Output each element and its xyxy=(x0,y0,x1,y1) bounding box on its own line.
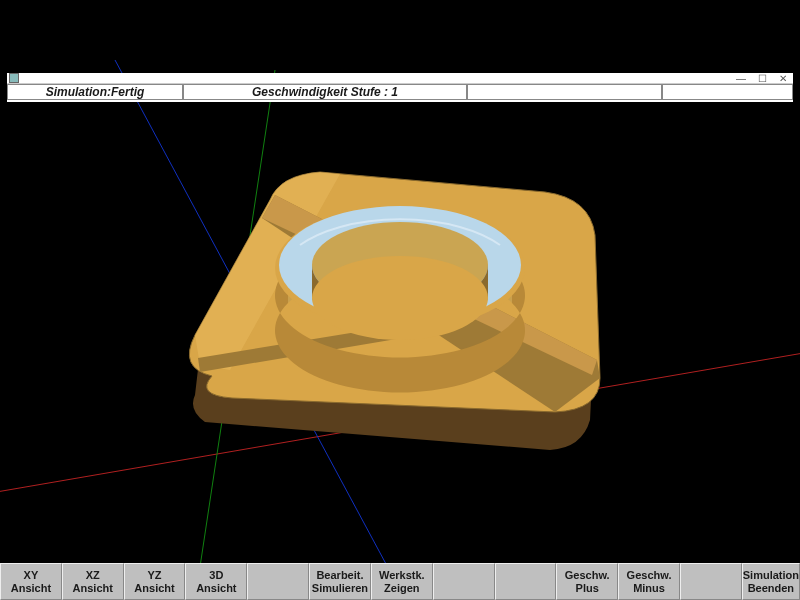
empty-button-9 xyxy=(495,563,557,600)
speed-minus-button[interactable]: Geschw.Minus xyxy=(618,563,680,600)
button-line2: Simulieren xyxy=(312,582,368,595)
3d-view-button[interactable]: 3DAnsicht xyxy=(185,563,247,600)
button-line2: Ansicht xyxy=(134,582,174,595)
status-simulation: Simulation:Fertig xyxy=(7,85,183,100)
maximize-button[interactable]: ☐ xyxy=(758,73,767,84)
button-line2: Minus xyxy=(633,582,665,595)
button-line2: Ansicht xyxy=(196,582,236,595)
empty-button-5 xyxy=(247,563,309,600)
button-line2: Ansicht xyxy=(11,582,51,595)
simulation-window: — ☐ ✕ Simulation:Fertig Geschwindigkeit … xyxy=(7,73,793,101)
app-icon xyxy=(9,73,19,83)
end-simulation-button[interactable]: SimulationBeenden xyxy=(742,563,800,600)
status-speed: Geschwindigkeit Stufe : 1 xyxy=(183,85,467,100)
button-line1: Simulation xyxy=(743,569,799,582)
button-line2: Plus xyxy=(576,582,599,595)
button-line1: XY xyxy=(24,569,39,582)
button-line1: Geschw. xyxy=(565,569,610,582)
button-line1: Werkstk. xyxy=(379,569,425,582)
yz-view-button[interactable]: YZAnsicht xyxy=(124,563,186,600)
button-line1: Geschw. xyxy=(627,569,672,582)
xz-view-button[interactable]: XZAnsicht xyxy=(62,563,124,600)
button-line1: YZ xyxy=(148,569,162,582)
workpiece-model xyxy=(189,172,600,450)
status-cell-4 xyxy=(662,85,793,100)
svg-point-3 xyxy=(312,256,488,340)
xy-view-button[interactable]: XYAnsicht xyxy=(0,563,62,600)
simulate-machining-button[interactable]: Bearbeit.Simulieren xyxy=(309,563,371,600)
button-line1: XZ xyxy=(86,569,100,582)
button-line2: Ansicht xyxy=(73,582,113,595)
speed-plus-button[interactable]: Geschw.Plus xyxy=(556,563,618,600)
bottom-toolbar: XYAnsichtXZAnsichtYZAnsicht3DAnsichtBear… xyxy=(0,563,800,600)
status-bar: Simulation:Fertig Geschwindigkeit Stufe … xyxy=(7,84,793,102)
empty-button-8 xyxy=(433,563,495,600)
empty-button-12 xyxy=(680,563,742,600)
button-line2: Zeigen xyxy=(384,582,419,595)
status-cell-3 xyxy=(467,85,662,100)
button-line1: 3D xyxy=(209,569,223,582)
button-line1: Bearbeit. xyxy=(316,569,363,582)
minimize-button[interactable]: — xyxy=(736,73,746,84)
show-workpiece-button[interactable]: Werkstk.Zeigen xyxy=(371,563,433,600)
window-titlebar: — ☐ ✕ xyxy=(7,73,793,84)
close-button[interactable]: ✕ xyxy=(779,73,787,84)
button-line2: Beenden xyxy=(748,582,794,595)
